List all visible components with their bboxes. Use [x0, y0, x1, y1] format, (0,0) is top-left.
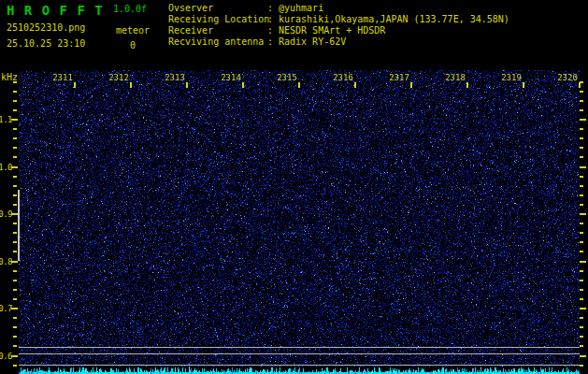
- freq-minor-tick: [13, 156, 17, 158]
- time-tick-label: 2311: [40, 74, 85, 82]
- freq-major-tick: [580, 213, 586, 215]
- freq-major-tick: [11, 213, 18, 215]
- station-info-separator: :: [267, 25, 279, 36]
- freq-major-tick: [11, 261, 18, 263]
- observation-datetime: 25.10.25 23:10: [7, 38, 85, 49]
- station-info-label: Receiver: [168, 25, 267, 36]
- freq-minor-tick: [13, 109, 17, 111]
- freq-minor-tick: [580, 326, 583, 328]
- time-tick-label: 2317: [377, 74, 422, 82]
- freq-minor-tick: [580, 345, 583, 347]
- freq-major-tick: [580, 166, 586, 168]
- time-tick-label: 2313: [152, 74, 197, 82]
- freq-minor-tick: [580, 176, 583, 178]
- freq-minor-tick: [13, 91, 17, 93]
- freq-major-tick: [580, 261, 586, 263]
- freq-minor-tick: [13, 147, 17, 149]
- freq-major-tick: [580, 308, 586, 309]
- station-info-separator: :: [267, 3, 279, 14]
- freq-minor-tick: [13, 251, 17, 252]
- station-info-label: Ovserver: [168, 3, 267, 14]
- station-info-value: kurashiki,Okayama,JAPAN (133.77E, 34.58N…: [279, 14, 509, 24]
- freq-minor-tick: [13, 185, 17, 187]
- time-tick: [579, 82, 581, 88]
- freq-minor-tick: [580, 100, 583, 102]
- app-title: H R O F F T: [7, 3, 104, 18]
- freq-minor-tick: [13, 137, 17, 139]
- freq-minor-tick: [13, 194, 17, 196]
- freq-minor-tick: [13, 326, 17, 328]
- freq-minor-tick: [580, 223, 583, 224]
- freq-minor-tick: [580, 156, 583, 158]
- station-info-label: Receiving Location: [168, 14, 267, 25]
- freq-minor-tick: [580, 204, 583, 206]
- meteor-count-label: meteor: [116, 25, 150, 36]
- output-filename: 2510252310.png: [7, 22, 85, 33]
- freq-minor-tick: [580, 270, 583, 272]
- station-info-separator: :: [267, 14, 279, 25]
- time-tick: [298, 82, 300, 88]
- time-tick: [130, 82, 132, 88]
- freq-minor-tick: [580, 194, 583, 196]
- time-tick-label: 2315: [265, 74, 309, 82]
- station-info-value: Radix RY-62V: [279, 36, 346, 47]
- time-tick: [410, 82, 412, 88]
- freq-minor-tick: [580, 336, 583, 338]
- time-tick: [523, 82, 524, 88]
- freq-minor-tick: [580, 147, 583, 149]
- meter-reference-line-upper: [19, 347, 580, 348]
- freq-minor-tick: [580, 128, 583, 130]
- freq-minor-tick: [13, 336, 17, 338]
- freq-minor-tick: [13, 232, 17, 234]
- time-tick-label: 2320: [545, 74, 588, 82]
- freq-minor-tick: [13, 365, 17, 367]
- freq-minor-tick: [13, 270, 17, 272]
- freq-minor-tick: [13, 298, 17, 300]
- freq-major-tick: [580, 119, 586, 121]
- time-tick: [466, 82, 468, 88]
- freq-minor-tick: [13, 289, 17, 291]
- freq-minor-tick: [13, 81, 17, 83]
- freq-minor-tick: [13, 100, 17, 102]
- time-tick: [242, 82, 244, 88]
- meter-reference-line-middle: [19, 353, 580, 354]
- freq-major-tick: [580, 355, 586, 357]
- station-info-block: Ovserver:@yuhmariReceiving Location:kura…: [168, 3, 509, 48]
- time-tick: [74, 82, 76, 88]
- app-version: 1.0.0f: [113, 4, 147, 14]
- freq-minor-tick: [580, 109, 583, 111]
- freq-minor-tick: [13, 345, 17, 347]
- freq-minor-tick: [13, 204, 17, 206]
- freq-minor-tick: [580, 289, 583, 291]
- calibration-marker-bar: [18, 190, 20, 261]
- freq-minor-tick: [13, 128, 17, 130]
- freq-minor-tick: [580, 280, 583, 281]
- freq-minor-tick: [580, 91, 583, 93]
- freq-major-tick: [11, 166, 18, 168]
- station-info-line: Receiving Location:kurashiki,Okayama,JAP…: [168, 14, 509, 25]
- time-tick-label: 2316: [321, 74, 366, 82]
- time-tick: [354, 82, 356, 88]
- station-info-value: NESDR SMArt + HDSDR: [279, 25, 385, 36]
- time-tick-label: 2319: [489, 74, 534, 82]
- station-info-label: Recviving antenna: [168, 36, 267, 48]
- time-tick-label: 2314: [208, 74, 253, 82]
- time-tick-label: 2312: [96, 74, 141, 82]
- time-tick: [186, 82, 188, 88]
- freq-minor-tick: [13, 280, 17, 281]
- freq-minor-tick: [580, 317, 583, 319]
- spectrogram-noise-canvas: [19, 70, 580, 374]
- freq-major-tick: [11, 119, 18, 121]
- freq-minor-tick: [580, 241, 583, 243]
- station-info-line: Receiver:NESDR SMArt + HDSDR: [168, 25, 509, 36]
- freq-minor-tick: [13, 223, 17, 224]
- freq-minor-tick: [580, 251, 583, 252]
- freq-minor-tick: [13, 317, 17, 319]
- station-info-line: Ovserver:@yuhmari: [168, 3, 509, 14]
- meteor-count-value: 0: [130, 40, 136, 50]
- station-info-separator: :: [267, 36, 279, 48]
- freq-minor-tick: [580, 298, 583, 300]
- meter-reference-line-lower: [19, 365, 580, 366]
- freq-minor-tick: [580, 185, 583, 187]
- station-info-value: @yuhmari: [279, 3, 323, 13]
